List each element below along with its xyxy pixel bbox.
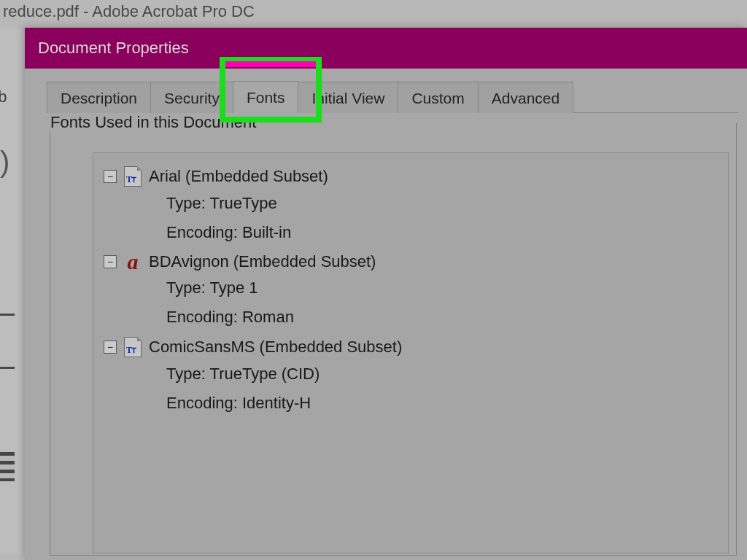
type-value: Type 1 — [210, 279, 258, 297]
encoding-value: Identity-H — [242, 394, 311, 412]
tab-security[interactable]: Security — [150, 82, 233, 113]
type-label: Type: — [166, 365, 206, 383]
tab-fonts[interactable]: Fonts — [233, 81, 299, 113]
tab-custom[interactable]: Custom — [398, 82, 478, 113]
acrobat-panel-fragment: rib — [0, 88, 7, 106]
font-entry-header[interactable]: − a BDAvignon (Embedded Subset) — [104, 252, 721, 271]
font-name: BDAvignon (Embedded Subset) — [149, 252, 376, 271]
font-name: Arial (Embedded Subset) — [149, 167, 328, 186]
type-label: Type: — [166, 279, 206, 297]
encoding-label: Encoding: — [166, 394, 238, 412]
font-entry: − Tᴛ ComicSansMS (Embedded Subset) Type:… — [104, 337, 721, 413]
truetype-file-icon: Tᴛ — [124, 166, 142, 187]
tree-collapse-icon[interactable]: − — [104, 341, 117, 354]
tab-description[interactable]: Description — [47, 82, 151, 113]
encoding-label: Encoding: — [166, 223, 238, 241]
type1-font-icon: a — [124, 252, 142, 271]
font-details: Type: TrueType Encoding: Built-in — [166, 194, 721, 242]
encoding-label: Encoding: — [166, 308, 238, 326]
acrobat-window-title: reduce.pdf - Adobe Acrobat Pro DC — [0, 0, 747, 23]
type-value: TrueType — [210, 194, 277, 212]
dialog-title: Document Properties — [25, 28, 747, 69]
dialog-tabs: Description Security Fonts Initial View … — [47, 77, 738, 113]
type-label: Type: — [166, 194, 206, 212]
font-entry: − a BDAvignon (Embedded Subset) Type: Ty… — [104, 252, 721, 327]
font-entry-header[interactable]: − Tᴛ Arial (Embedded Subset) — [104, 166, 721, 187]
fonts-tree-panel[interactable]: − Tᴛ Arial (Embedded Subset) Type: TrueT… — [93, 152, 729, 553]
font-entry-header[interactable]: − Tᴛ ComicSansMS (Embedded Subset) — [104, 337, 721, 357]
encoding-value: Built-in — [242, 223, 291, 241]
fonts-groupbox: Fonts Used in this Document − Tᴛ Arial (… — [50, 123, 737, 556]
document-properties-dialog: Document Properties Description Security… — [25, 28, 747, 560]
font-details: Type: TrueType (CID) Encoding: Identity-… — [166, 365, 721, 413]
font-details: Type: Type 1 Encoding: Roman — [166, 279, 721, 327]
acrobat-decoration-lines-2 — [0, 452, 15, 481]
acrobat-decoration-lines — [0, 314, 15, 369]
encoding-value: Roman — [242, 308, 294, 326]
tab-initial-view[interactable]: Initial View — [298, 82, 398, 113]
font-name: ComicSansMS (Embedded Subset) — [149, 338, 402, 357]
fonts-groupbox-label: Fonts Used in this Document — [49, 113, 260, 132]
type-value: TrueType (CID) — [210, 365, 320, 383]
tab-advanced[interactable]: Advanced — [478, 82, 573, 113]
truetype-file-icon: Tᴛ — [124, 337, 142, 357]
acrobat-decoration: ) — [0, 146, 9, 179]
tree-collapse-icon[interactable]: − — [104, 170, 117, 183]
font-entry: − Tᴛ Arial (Embedded Subset) Type: TrueT… — [104, 166, 721, 242]
tree-collapse-icon[interactable]: − — [104, 255, 117, 268]
